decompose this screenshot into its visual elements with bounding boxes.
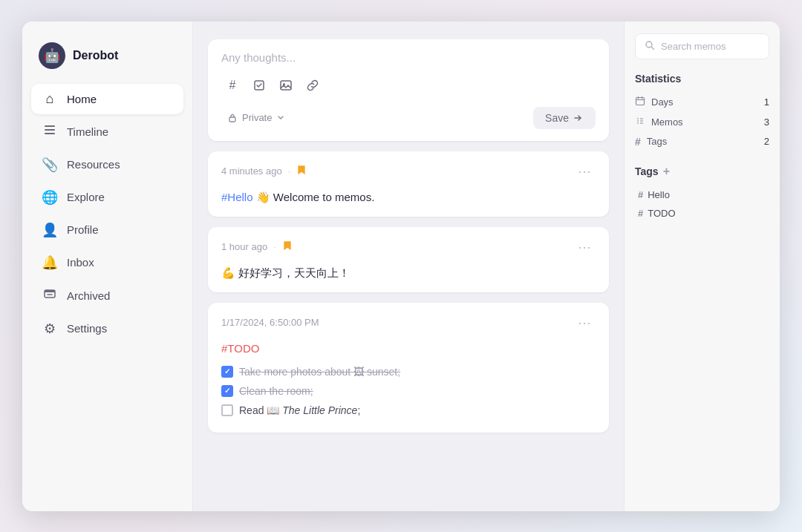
home-icon: ⌂ [42,91,58,107]
todo-text: Take more photos about 🖼 sunset; [239,364,400,380]
stat-label: Memos [635,116,683,128]
sidebar-item-resources[interactable]: 📎 Resources [31,149,183,180]
memos-label: Memos [651,116,683,128]
memo-content: #Hello 👋 Welcome to memos. [221,188,596,206]
memo-meta: 4 minutes ago · [221,165,307,177]
svg-rect-9 [229,117,235,122]
image-button[interactable] [275,74,297,96]
search-placeholder: Search memos [661,41,726,52]
memo-meta: 1 hour ago · [221,240,293,253]
memo-content: 💪 好好学习，天天向上！ [221,264,596,282]
svg-point-11 [646,42,652,47]
save-label: Save [545,112,569,124]
tag-item-hello[interactable]: # Hello [635,185,769,204]
memo-card: 1/17/2024, 6:50:00 PM ⋯ #TODO Take more … [208,303,609,433]
sidebar-item-timeline[interactable]: Timeline [31,116,183,148]
bookmark-icon[interactable] [282,240,293,253]
tags-title: Tags + [635,165,769,178]
sidebar-item-archived[interactable]: Archived [31,280,183,312]
timeline-icon [42,123,58,140]
todo-checkbox[interactable] [221,385,233,397]
memo-more-button[interactable]: ⋯ [573,162,596,181]
visibility-button[interactable]: Private [221,109,291,126]
sidebar-item-home[interactable]: ⌂ Home [31,84,183,114]
visibility-label: Private [242,112,272,123]
tag-item-todo[interactable]: # TODO [635,204,769,223]
main-content: Any thoughts... # [193,22,624,511]
right-panel: Search memos Statistics Days 1 [624,22,780,511]
memo-more-button[interactable]: ⋯ [573,313,596,332]
tag[interactable]: #Hello [221,191,253,203]
todo-text: Clean the room; [239,383,313,399]
memo-card: 1 hour ago · ⋯ 💪 好好学习，天天向上！ [208,227,609,292]
tags-heading: Tags [635,165,659,177]
sidebar-item-settings[interactable]: ⚙ Settings [31,313,183,344]
resources-icon: 📎 [42,157,58,173]
memos-icon [635,116,645,128]
todo-text: Read 📖 The Little Prince; [239,402,360,418]
stat-row-memos: Memos 3 [635,112,769,132]
sidebar-item-label: Archived [67,289,110,302]
compose-placeholder[interactable]: Any thoughts... [221,51,596,64]
save-button[interactable]: Save [533,107,596,129]
sidebar-item-profile[interactable]: 👤 Profile [31,214,183,246]
hash-icon: # [638,208,643,219]
memo-card: 4 minutes ago · ⋯ #Hello 👋 Welcome to me… [208,151,609,217]
sidebar-item-label: Home [67,93,97,105]
sidebar-item-label: Settings [67,322,107,335]
calendar-icon [635,96,645,108]
compose-card: Any thoughts... # [208,39,609,141]
checkbox-button[interactable] [248,74,270,96]
tags-value: 2 [764,136,769,147]
tag-button[interactable]: # [221,74,244,96]
statistics-section: Statistics Days 1 [635,73,769,151]
memo-header: 4 minutes ago · ⋯ [221,162,596,181]
memo-timestamp: 1 hour ago [221,241,267,252]
memo-header: 1 hour ago · ⋯ [221,237,596,257]
compose-toolbar: # [221,74,596,96]
tags-label: Tags [647,136,667,147]
todo-checkbox[interactable] [221,404,233,416]
svg-rect-4 [45,290,55,292]
memo-meta: 1/17/2024, 6:50:00 PM [221,317,319,328]
app-title: Derobot [73,49,118,62]
settings-icon: ⚙ [42,321,58,337]
sidebar-item-label: Inbox [67,256,94,269]
svg-rect-13 [636,97,645,105]
link-button[interactable] [301,74,324,96]
days-label: Days [651,96,674,108]
memo-timestamp: 4 minutes ago [221,165,282,177]
archived-icon [42,287,58,304]
bookmark-icon[interactable] [296,165,307,177]
sidebar-item-inbox[interactable]: 🔔 Inbox [31,247,183,278]
sidebar-item-label: Explore [67,191,105,203]
add-tag-button[interactable]: + [663,165,670,178]
memo-header: 1/17/2024, 6:50:00 PM ⋯ [221,313,596,332]
svg-line-12 [652,47,654,49]
svg-rect-1 [45,129,55,131]
todo-item: Clean the room; [221,383,596,399]
todo-checkbox[interactable] [221,366,233,378]
days-value: 1 [764,96,769,108]
memo-more-button[interactable]: ⋯ [573,237,596,257]
inbox-icon: 🔔 [42,254,58,271]
hash-icon: # [638,189,643,200]
tags-section: Tags + # Hello # TODO [635,165,769,223]
svg-rect-7 [281,81,291,90]
tag[interactable]: #TODO [221,342,259,355]
search-box[interactable]: Search memos [635,33,769,59]
statistics-title: Statistics [635,73,769,85]
search-icon [645,40,655,53]
tags-stat-icon: # [635,136,641,148]
avatar: 🤖 [39,42,65,69]
profile-icon: 👤 [42,222,58,238]
tag-label: TODO [648,208,675,219]
sidebar-item-label: Timeline [67,125,108,138]
sidebar-logo: 🤖 Derobot [31,39,183,84]
todo-item: Take more photos about 🖼 sunset; [221,364,596,380]
sidebar-item-explore[interactable]: 🌐 Explore [31,182,183,213]
sidebar-item-label: Profile [67,223,99,236]
svg-rect-0 [45,125,55,127]
app-window: 🤖 Derobot ⌂ Home Timeline 📎 Resources 🌐 … [22,22,780,511]
compose-footer: Private Save [221,107,596,129]
